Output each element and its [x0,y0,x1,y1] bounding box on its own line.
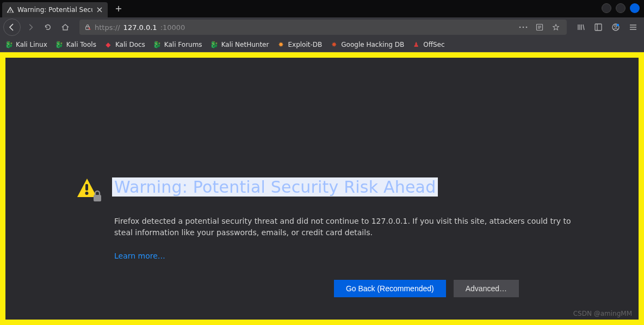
url-host: 127.0.0.1 [123,23,157,32]
library-icon[interactable] [573,20,589,35]
tab-bar: Warning: Potential Security Risk Ahead [0,0,644,17]
bookmark-label: Kali Forums [164,41,202,48]
bookmark-item[interactable]: 🐉Kali NetHunter [210,40,269,49]
back-button[interactable] [3,19,21,36]
bookmark-favicon: ♟ [412,40,420,49]
new-tab-button[interactable] [111,1,126,16]
minimize-button[interactable] [602,3,611,13]
bookmark-favicon: 🐉 [153,40,162,49]
bookmark-favicon: 🐉 [210,40,219,49]
learn-more-row: Learn more… [114,252,587,260]
browser-window: Warning: Potential Security Risk Ahead [0,0,644,325]
account-icon[interactable] [608,20,623,35]
bookmark-label: Kali Tools [66,41,96,48]
svg-point-9 [617,24,619,26]
bookmark-label: Kali Linux [16,41,47,48]
home-button[interactable] [58,20,73,35]
page-actions-icon[interactable] [517,21,530,34]
watermark: CSDN @amingMM [573,310,632,317]
warning-title: Warning: Potential Security Risk Ahead [112,177,438,197]
bookmark-favicon: ✸ [330,40,338,49]
go-back-button[interactable]: Go Back (Recommended) [334,280,446,297]
reader-mode-icon[interactable] [533,21,546,34]
tab-active[interactable]: Warning: Potential Security Risk Ahead [2,2,108,17]
bookmark-item[interactable]: ✸Exploit-DB [276,40,322,49]
bookmark-label: Kali Docs [115,41,145,48]
bookmark-item[interactable]: ◆Kali Docs [104,40,145,49]
content-frame: Warning: Potential Security Risk Ahead F… [0,52,644,325]
close-icon[interactable] [96,6,103,14]
security-warning-page: Warning: Potential Security Risk Ahead F… [76,177,587,297]
bookmark-label: Google Hacking DB [341,41,404,48]
url-bar[interactable]: https:// 127.0.0.1 :10000 [79,20,567,35]
learn-more-link[interactable]: Learn more… [114,252,165,260]
menu-icon[interactable] [626,20,641,35]
advanced-button[interactable]: Advanced… [454,280,519,297]
bookmark-item[interactable]: ♟OffSec [412,40,444,49]
svg-point-11 [85,192,89,195]
window-controls [602,3,640,13]
bookmarks-toolbar: 🐉Kali Linux🐉Kali Tools◆Kali Docs🐉Kali Fo… [0,37,644,52]
forward-button[interactable] [23,20,38,35]
svg-point-2 [523,27,524,28]
bookmark-favicon: ◆ [104,40,113,49]
svg-rect-10 [85,184,88,191]
svg-rect-5 [595,24,602,30]
maximize-button[interactable] [616,3,626,13]
bookmark-item[interactable]: 🐉Kali Forums [153,40,202,49]
bookmark-item[interactable]: 🐉Kali Tools [55,40,96,49]
bookmark-item[interactable]: ✸Google Hacking DB [330,40,404,49]
lock-warning-icon [84,23,91,31]
bookmark-favicon: ✸ [276,40,285,49]
warning-body: Firefox detected a potential security th… [114,216,582,238]
bookmark-star-icon[interactable] [549,21,562,34]
bookmark-favicon: 🐉 [55,40,64,49]
svg-point-8 [615,25,617,27]
bookmark-favicon: 🐉 [4,40,13,49]
warning-lock-icon [76,177,102,204]
nav-toolbar: https:// 127.0.0.1 :10000 [0,17,644,37]
url-rest: :10000 [160,23,185,32]
bookmark-item[interactable]: 🐉Kali Linux [4,40,47,49]
bookmark-label: Exploit-DB [288,41,322,48]
svg-point-3 [526,27,528,28]
bookmark-label: OffSec [423,41,444,48]
svg-point-1 [519,27,521,28]
bookmark-label: Kali NetHunter [221,41,269,48]
tab-title: Warning: Potential Security Risk Ahead [17,6,92,14]
warning-triangle-icon [7,6,14,14]
sidebar-icon[interactable] [591,20,606,35]
close-window-button[interactable] [630,3,640,13]
svg-rect-12 [94,195,101,201]
reload-button[interactable] [40,20,55,35]
url-prefix: https:// [95,23,120,32]
page-content: Warning: Potential Security Risk Ahead F… [5,58,639,320]
